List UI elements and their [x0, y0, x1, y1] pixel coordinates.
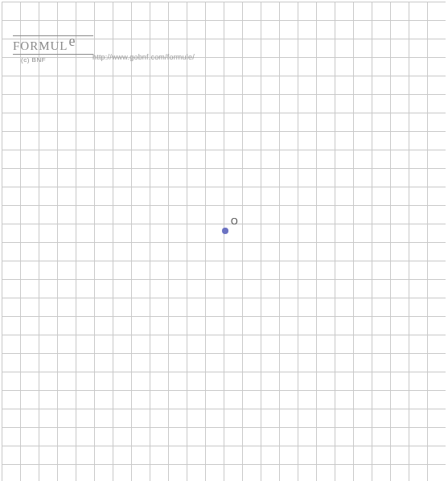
origin-point	[222, 228, 228, 234]
brand-rule-mid	[13, 54, 93, 55]
brand-url: http://www.gobnf.com/formule/	[92, 53, 195, 61]
plot-canvas: FORMUL e (c) BNF http://www.gobnf.com/fo…	[0, 0, 448, 481]
origin-label: O	[231, 216, 238, 226]
grid	[2, 2, 446, 481]
brand-name-suffix: e	[69, 34, 76, 48]
brand-name-prefix: FORMUL	[13, 40, 68, 52]
brand-copyright: (c) BNF	[13, 56, 93, 64]
brand-rule-top	[13, 35, 93, 36]
brand-name: FORMUL e	[13, 38, 93, 52]
brand-block: FORMUL e (c) BNF	[13, 35, 93, 64]
